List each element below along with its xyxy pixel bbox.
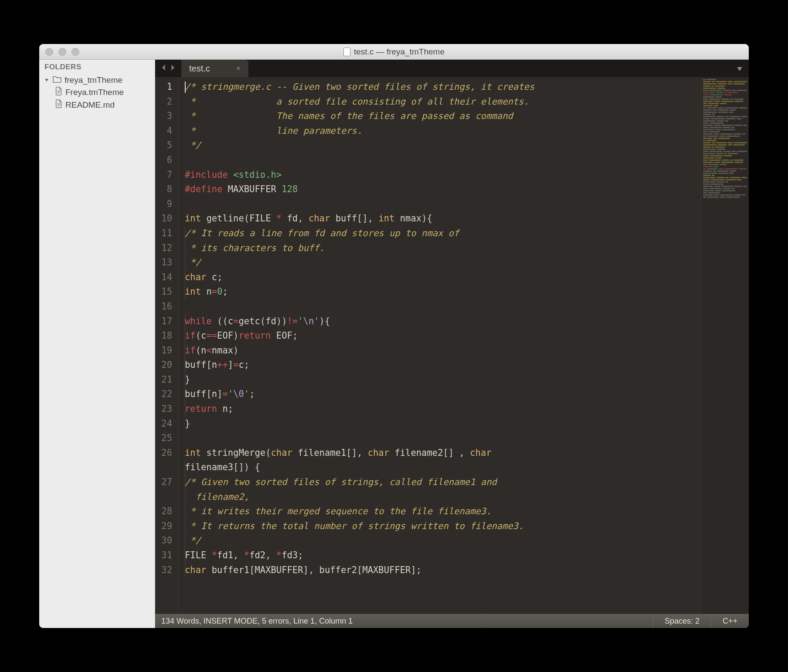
code-line [185, 197, 701, 212]
code-line: } [185, 373, 701, 387]
disclosure-triangle-icon[interactable] [44, 77, 50, 83]
app-window: test.c — freya_tmTheme FOLDERS freya_tmT… [39, 44, 749, 628]
tree-file[interactable]: README.md [39, 98, 155, 111]
code-line: #include <stdio.h> [185, 168, 701, 183]
editor-panel: test.c × 1234567891011121314151617181920… [155, 60, 749, 628]
tab-label: test.c [189, 64, 210, 74]
tab-history-nav [155, 60, 181, 77]
document-icon [343, 48, 350, 56]
tree-file-label: Freya.tmTheme [65, 88, 124, 97]
code-line: * The names of the files are passed as c… [185, 109, 701, 124]
status-language[interactable]: C++ [711, 614, 749, 628]
code-area[interactable]: /* stringmerge.c -- Given two sorted fil… [179, 77, 701, 614]
window-title-text: test.c — freya_tmTheme [354, 47, 445, 57]
tree-file-label: README.md [65, 100, 115, 110]
sidebar-header: FOLDERS [39, 60, 155, 73]
code-line: while ((c=getc(fd))!='\n'){ [185, 314, 701, 329]
minimize-window-button[interactable] [58, 48, 66, 56]
folder-icon [52, 75, 62, 85]
code-line: */ [185, 255, 701, 270]
line-gutter: 1234567891011121314151617181920212223242… [155, 77, 179, 614]
code-line: * it writes their merged sequence to the… [185, 504, 701, 519]
file-icon [55, 99, 63, 110]
code-line: filename2, [185, 490, 701, 505]
code-line: if(c==EOF)return EOF; [185, 329, 701, 343]
window-title: test.c — freya_tmTheme [39, 47, 749, 57]
code-line: } [185, 417, 701, 431]
code-line: char c; [185, 270, 701, 285]
code-line: int n=0; [185, 285, 701, 299]
code-line: /* Given two sorted files of strings, ca… [185, 475, 701, 490]
tab-bar: test.c × [155, 60, 749, 77]
code-line: char buffer1[MAXBUFFER], buffer2[MAXBUFF… [185, 563, 701, 578]
code-line [185, 299, 701, 314]
code-line [185, 153, 701, 168]
code-line: /* stringmerge.c -- Given two sorted fil… [185, 80, 701, 95]
code-line: #define MAXBUFFER 128 [185, 182, 701, 197]
code-line: /* It reads a line from fd and stores up… [185, 226, 701, 241]
code-line: FILE *fd1, *fd2, *fd3; [185, 548, 701, 563]
minimap[interactable] [701, 77, 749, 614]
code-line: int getline(FILE * fd, char buff[], int … [185, 211, 701, 226]
code-line: buff[n]='\0'; [185, 387, 701, 402]
tree-file[interactable]: Freya.tmTheme [39, 86, 155, 98]
tab-overflow-icon[interactable] [736, 60, 744, 77]
editor-body: 1234567891011121314151617181920212223242… [155, 77, 749, 614]
nav-forward-icon[interactable] [169, 64, 176, 73]
code-line: * a sorted file consisting of all their … [185, 95, 701, 109]
code-line: */ [185, 138, 701, 153]
code-line: return n; [185, 402, 701, 417]
tab-close-icon[interactable]: × [236, 64, 241, 73]
code-line: filename3[]) { [185, 460, 701, 475]
code-line: int stringMerge(char filename1[], char f… [185, 446, 701, 461]
zoom-window-button[interactable] [71, 48, 79, 56]
code-line: */ [185, 533, 701, 548]
file-tree: freya_tmTheme Freya.tmThemeREADME.md [39, 73, 155, 112]
nav-back-icon[interactable] [160, 64, 167, 73]
traffic-lights [39, 48, 79, 56]
status-spaces[interactable]: Spaces: 2 [653, 614, 711, 628]
tab-active[interactable]: test.c × [181, 60, 248, 77]
file-icon [55, 87, 63, 98]
status-bar: 134 Words, INSERT MODE, 5 errors, Line 1… [155, 614, 749, 628]
status-left[interactable]: 134 Words, INSERT MODE, 5 errors, Line 1… [155, 617, 653, 626]
tree-folder-label: freya_tmTheme [65, 75, 122, 85]
main-area: FOLDERS freya_tmTheme Freya.tmThemeREADM… [39, 60, 749, 628]
code-line [185, 431, 701, 446]
close-window-button[interactable] [45, 48, 53, 56]
code-line: * its characters to buff. [185, 241, 701, 256]
tree-folder[interactable]: freya_tmTheme [39, 74, 155, 86]
code-line: * It returns the total number of strings… [185, 519, 701, 534]
code-line: * line parameters. [185, 124, 701, 139]
code-line: buff[n++]=c; [185, 358, 701, 373]
titlebar: test.c — freya_tmTheme [39, 44, 749, 60]
code-line: if(n<nmax) [185, 343, 701, 358]
code-scroll[interactable]: 1234567891011121314151617181920212223242… [155, 77, 701, 614]
sidebar: FOLDERS freya_tmTheme Freya.tmThemeREADM… [39, 60, 155, 628]
